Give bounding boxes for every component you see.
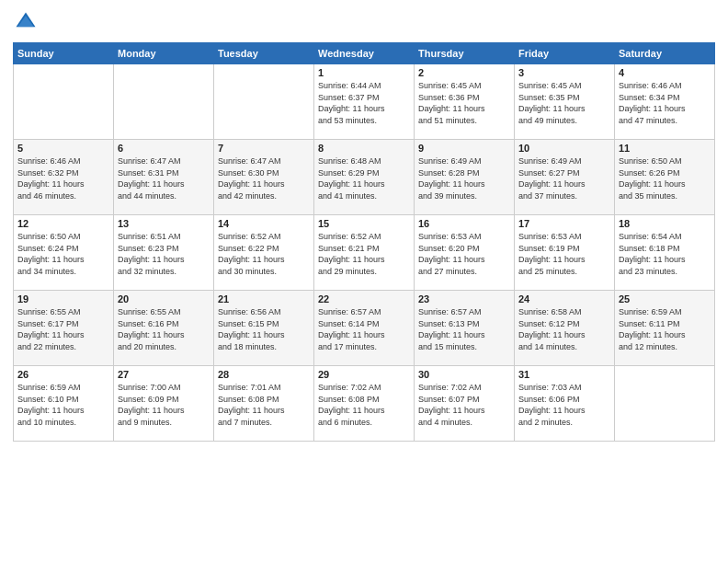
day-number: 4 (619, 67, 711, 78)
page: SundayMondayTuesdayWednesdayThursdayFrid… (0, 0, 728, 563)
day-info: Sunrise: 6:45 AM Sunset: 6:35 PM Dayligh… (518, 81, 586, 125)
calendar-cell: 27Sunrise: 7:00 AM Sunset: 6:09 PM Dayli… (114, 366, 214, 442)
calendar-cell: 12Sunrise: 6:50 AM Sunset: 6:24 PM Dayli… (14, 215, 114, 291)
day-info: Sunrise: 6:53 AM Sunset: 6:19 PM Dayligh… (518, 232, 586, 276)
day-info: Sunrise: 6:57 AM Sunset: 6:14 PM Dayligh… (318, 307, 385, 351)
weekday-header-row: SundayMondayTuesdayWednesdayThursdayFrid… (14, 43, 715, 64)
calendar-cell: 29Sunrise: 7:02 AM Sunset: 6:08 PM Dayli… (314, 366, 415, 442)
day-info: Sunrise: 6:47 AM Sunset: 6:30 PM Dayligh… (218, 156, 285, 201)
day-info: Sunrise: 6:59 AM Sunset: 6:11 PM Dayligh… (619, 307, 686, 351)
day-number: 21 (218, 293, 310, 304)
day-number: 25 (619, 293, 711, 304)
day-info: Sunrise: 6:59 AM Sunset: 6:10 PM Dayligh… (17, 383, 85, 427)
day-number: 5 (17, 143, 109, 154)
day-info: Sunrise: 6:55 AM Sunset: 6:17 PM Dayligh… (17, 307, 85, 351)
day-number: 17 (518, 218, 610, 229)
day-info: Sunrise: 7:01 AM Sunset: 6:08 PM Dayligh… (218, 383, 285, 427)
calendar-cell: 4Sunrise: 6:46 AM Sunset: 6:34 PM Daylig… (615, 64, 715, 140)
day-info: Sunrise: 6:49 AM Sunset: 6:28 PM Dayligh… (418, 156, 485, 201)
day-number: 29 (318, 369, 410, 380)
day-number: 13 (118, 218, 210, 229)
logo-icon (13, 9, 39, 35)
day-info: Sunrise: 7:03 AM Sunset: 6:06 PM Dayligh… (518, 383, 586, 427)
calendar-cell: 14Sunrise: 6:52 AM Sunset: 6:22 PM Dayli… (214, 215, 314, 291)
day-info: Sunrise: 6:55 AM Sunset: 6:16 PM Dayligh… (118, 307, 185, 351)
day-number: 31 (518, 369, 610, 380)
calendar-cell: 21Sunrise: 6:56 AM Sunset: 6:15 PM Dayli… (214, 291, 314, 366)
day-info: Sunrise: 6:45 AM Sunset: 6:36 PM Dayligh… (418, 81, 485, 125)
calendar: SundayMondayTuesdayWednesdayThursdayFrid… (13, 42, 715, 442)
header (13, 9, 715, 35)
calendar-cell: 10Sunrise: 6:49 AM Sunset: 6:27 PM Dayli… (515, 140, 615, 215)
calendar-cell: 17Sunrise: 6:53 AM Sunset: 6:19 PM Dayli… (515, 215, 615, 291)
day-number: 20 (118, 293, 210, 304)
calendar-cell: 24Sunrise: 6:58 AM Sunset: 6:12 PM Dayli… (515, 291, 615, 366)
calendar-cell: 1Sunrise: 6:44 AM Sunset: 6:37 PM Daylig… (314, 64, 415, 140)
calendar-cell: 13Sunrise: 6:51 AM Sunset: 6:23 PM Dayli… (114, 215, 214, 291)
day-number: 28 (218, 369, 310, 380)
calendar-cell (14, 64, 114, 140)
calendar-cell: 2Sunrise: 6:45 AM Sunset: 6:36 PM Daylig… (415, 64, 515, 140)
weekday-header-sunday: Sunday (14, 43, 114, 64)
day-number: 6 (118, 143, 210, 154)
calendar-cell: 8Sunrise: 6:48 AM Sunset: 6:29 PM Daylig… (314, 140, 415, 215)
day-number: 16 (418, 218, 510, 229)
calendar-cell: 16Sunrise: 6:53 AM Sunset: 6:20 PM Dayli… (415, 215, 515, 291)
weekday-header-monday: Monday (114, 43, 214, 64)
day-number: 2 (418, 67, 510, 78)
day-number: 11 (619, 143, 711, 154)
day-number: 30 (418, 369, 510, 380)
day-info: Sunrise: 6:52 AM Sunset: 6:21 PM Dayligh… (318, 232, 385, 276)
weekday-header-tuesday: Tuesday (214, 43, 314, 64)
day-info: Sunrise: 6:47 AM Sunset: 6:31 PM Dayligh… (118, 156, 185, 201)
day-info: Sunrise: 6:46 AM Sunset: 6:32 PM Dayligh… (17, 156, 85, 201)
calendar-cell (615, 366, 715, 442)
day-info: Sunrise: 6:48 AM Sunset: 6:29 PM Dayligh… (318, 156, 385, 201)
calendar-cell (214, 64, 314, 140)
calendar-cell: 28Sunrise: 7:01 AM Sunset: 6:08 PM Dayli… (214, 366, 314, 442)
calendar-cell: 11Sunrise: 6:50 AM Sunset: 6:26 PM Dayli… (615, 140, 715, 215)
week-row-3: 12Sunrise: 6:50 AM Sunset: 6:24 PM Dayli… (14, 215, 715, 291)
day-number: 24 (518, 293, 610, 304)
day-info: Sunrise: 6:54 AM Sunset: 6:18 PM Dayligh… (619, 232, 686, 276)
week-row-1: 1Sunrise: 6:44 AM Sunset: 6:37 PM Daylig… (14, 64, 715, 140)
day-number: 23 (418, 293, 510, 304)
day-number: 1 (318, 67, 410, 78)
day-info: Sunrise: 6:56 AM Sunset: 6:15 PM Dayligh… (218, 307, 285, 351)
day-number: 22 (318, 293, 410, 304)
calendar-cell: 9Sunrise: 6:49 AM Sunset: 6:28 PM Daylig… (415, 140, 515, 215)
calendar-cell: 3Sunrise: 6:45 AM Sunset: 6:35 PM Daylig… (515, 64, 615, 140)
day-number: 10 (518, 143, 610, 154)
week-row-2: 5Sunrise: 6:46 AM Sunset: 6:32 PM Daylig… (14, 140, 715, 215)
day-number: 3 (518, 67, 610, 78)
day-info: Sunrise: 6:50 AM Sunset: 6:26 PM Dayligh… (619, 156, 686, 201)
calendar-cell: 25Sunrise: 6:59 AM Sunset: 6:11 PM Dayli… (615, 291, 715, 366)
calendar-cell: 5Sunrise: 6:46 AM Sunset: 6:32 PM Daylig… (14, 140, 114, 215)
calendar-cell: 31Sunrise: 7:03 AM Sunset: 6:06 PM Dayli… (515, 366, 615, 442)
calendar-cell: 20Sunrise: 6:55 AM Sunset: 6:16 PM Dayli… (114, 291, 214, 366)
day-number: 8 (318, 143, 410, 154)
day-info: Sunrise: 6:52 AM Sunset: 6:22 PM Dayligh… (218, 232, 285, 276)
calendar-cell: 22Sunrise: 6:57 AM Sunset: 6:14 PM Dayli… (314, 291, 415, 366)
weekday-header-wednesday: Wednesday (314, 43, 415, 64)
day-info: Sunrise: 6:57 AM Sunset: 6:13 PM Dayligh… (418, 307, 485, 351)
day-number: 7 (218, 143, 310, 154)
weekday-header-thursday: Thursday (415, 43, 515, 64)
day-number: 14 (218, 218, 310, 229)
day-number: 27 (118, 369, 210, 380)
day-number: 9 (418, 143, 510, 154)
calendar-cell: 6Sunrise: 6:47 AM Sunset: 6:31 PM Daylig… (114, 140, 214, 215)
calendar-cell: 18Sunrise: 6:54 AM Sunset: 6:18 PM Dayli… (615, 215, 715, 291)
day-info: Sunrise: 7:02 AM Sunset: 6:08 PM Dayligh… (318, 383, 385, 427)
day-info: Sunrise: 7:02 AM Sunset: 6:07 PM Dayligh… (418, 383, 485, 427)
day-number: 12 (17, 218, 109, 229)
day-info: Sunrise: 6:44 AM Sunset: 6:37 PM Dayligh… (318, 81, 385, 125)
day-info: Sunrise: 6:46 AM Sunset: 6:34 PM Dayligh… (619, 81, 686, 125)
calendar-cell (114, 64, 214, 140)
calendar-cell: 19Sunrise: 6:55 AM Sunset: 6:17 PM Dayli… (14, 291, 114, 366)
week-row-4: 19Sunrise: 6:55 AM Sunset: 6:17 PM Dayli… (14, 291, 715, 366)
logo (13, 9, 42, 35)
day-number: 15 (318, 218, 410, 229)
day-info: Sunrise: 6:49 AM Sunset: 6:27 PM Dayligh… (518, 156, 586, 201)
day-number: 19 (17, 293, 109, 304)
